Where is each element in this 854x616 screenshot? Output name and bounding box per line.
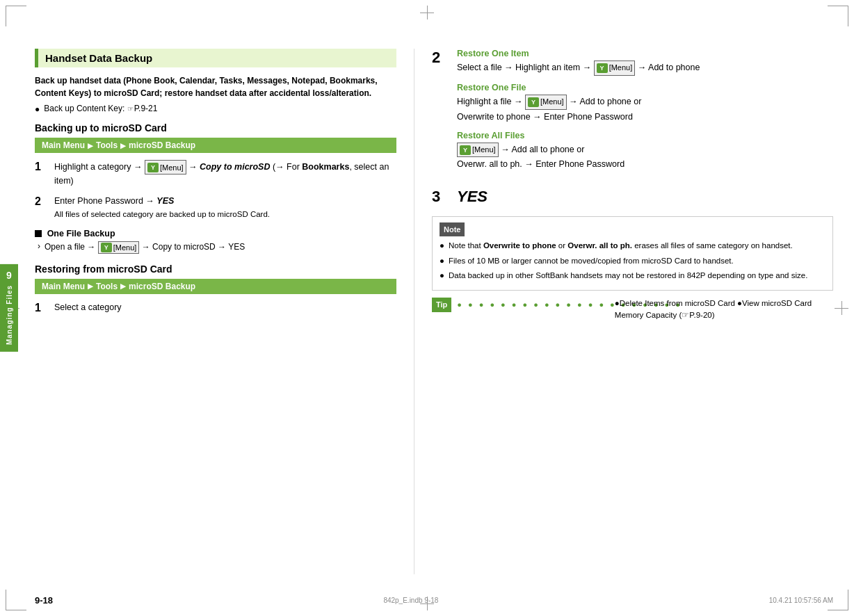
one-file-content-line: › Open a file → Y[Menu] → Copy to microS… xyxy=(38,241,396,254)
note-item-2: ● Files of 10 MB or larger cannot be mov… xyxy=(440,255,825,267)
note-label: Note xyxy=(440,222,465,237)
step-2-content: Enter Phone Password → YES All files of … xyxy=(54,195,396,221)
tip-label: Tip xyxy=(432,298,451,312)
menu-bar-backup: Main Menu ▶ Tools ▶ microSD Backup xyxy=(35,138,396,153)
menu-tools: Tools xyxy=(96,140,118,150)
one-file-label-line: One File Backup xyxy=(35,228,396,238)
corner-mark-tl xyxy=(6,6,26,26)
menu-bar-restore: Main Menu ▶ Tools ▶ microSD Backup xyxy=(35,279,396,294)
intro-text: Back up handset data (Phone Book, Calend… xyxy=(35,74,396,99)
yes-italic: YES xyxy=(228,242,245,252)
add-all-italic: Add all to phone xyxy=(511,145,574,154)
menu-btn-step1: Y[Menu] xyxy=(145,160,186,175)
section-header: Handset Data Backup xyxy=(35,49,396,67)
restore-menu-arrow-1: ▶ xyxy=(88,282,93,290)
menu-btn-right-step2: Y[Menu] xyxy=(594,60,636,76)
copy-microsd-italic: Copy to microSD xyxy=(152,242,216,252)
restore-menu-arrow-2: ▶ xyxy=(120,282,126,290)
restore-menu-main: Main Menu xyxy=(42,282,85,291)
content-area: Handset Data Backup Back up handset data… xyxy=(35,49,833,574)
black-square xyxy=(35,230,42,237)
right-step-3-content: YES xyxy=(457,188,833,206)
note-box: Note ● Note that Overwrite to phone or O… xyxy=(432,216,833,291)
backup-step-2: 2 Enter Phone Password → YES All files o… xyxy=(35,195,396,221)
page-footer: 9-18 842p_E.indb 9-18 10.4.21 10:57:56 A… xyxy=(35,595,833,606)
footer-file-info: 842p_E.indb 9-18 xyxy=(383,597,438,604)
section-title: Handset Data Backup xyxy=(45,52,152,64)
overwr-all-italic: Overwr. all to ph. xyxy=(457,159,522,169)
y-icon-one-file-r: Y xyxy=(528,97,539,107)
note-label-line: Note xyxy=(440,222,825,241)
restore-one-item-content: Select a file → Highlight an item → Y[Me… xyxy=(457,60,833,76)
restore-one-file-content: Highlight a file → Y[Menu] → Add to phon… xyxy=(457,95,833,124)
tip-box: Tip ● ● ● ● ● ● ● ● ● ● ● ● ● ● ● ● ● ● … xyxy=(432,298,833,322)
restore-step-1: 1 Select a category xyxy=(35,301,396,316)
note-bullet-3: ● xyxy=(440,270,445,282)
menu-arrow-2: ▶ xyxy=(120,142,126,149)
tip-content: ●Delete Items from microSD Card ●View mi… xyxy=(615,298,833,322)
step-1-number: 1 xyxy=(35,160,49,175)
note-bullet-2: ● xyxy=(440,255,445,267)
column-divider xyxy=(414,49,414,574)
bullet-dot: ● xyxy=(35,104,40,114)
add-to-phone-italic2: Add to phone xyxy=(579,97,631,106)
restore-heading: Restoring from microSD Card xyxy=(35,264,396,275)
step2-sub-text: All files of selected category are backe… xyxy=(54,210,270,218)
note-text-3: Data backed up in other SoftBank handset… xyxy=(449,270,807,282)
bullet-content-key: ● Back up Content Key: ☞P.9-21 xyxy=(35,104,396,114)
side-tab-label: Managing Files xyxy=(6,285,13,345)
restore-one-file-title: Restore One File xyxy=(457,83,833,92)
tip-row: Tip ● ● ● ● ● ● ● ● ● ● ● ● ● ● ● ● ● ● … xyxy=(432,298,615,312)
copy-to-microsd-italic: Copy to microSD xyxy=(200,162,270,172)
menu-microsd: microSD Backup xyxy=(129,140,195,150)
note-item-3: ● Data backed up in other SoftBank hands… xyxy=(440,270,825,282)
side-tab: 9 Managing Files xyxy=(0,264,18,352)
backup-heading: Backing up to microSD Card xyxy=(35,122,396,133)
add-to-phone-italic: Add to phone xyxy=(648,63,700,72)
menu-btn-one-file-r: Y[Menu] xyxy=(525,95,567,110)
y-icon-right-step2: Y xyxy=(597,63,608,73)
step-2-number: 2 xyxy=(35,195,49,209)
bookmarks-text: Bookmarks xyxy=(302,162,349,172)
left-column: Handset Data Backup Back up handset data… xyxy=(35,49,396,574)
note-bullet-1: ● xyxy=(440,240,445,252)
restore-step-1-content: Select a category xyxy=(54,301,396,314)
right-step-2: 2 Restore One Item Select a file → Highl… xyxy=(432,49,833,178)
side-tab-number: 9 xyxy=(3,270,15,281)
page-number: 9-18 xyxy=(35,595,53,606)
menu-btn-one-file: Y[Menu] xyxy=(98,241,140,254)
one-file-backup: One File Backup › Open a file → Y[Menu] … xyxy=(35,228,396,254)
yes-text: YES xyxy=(457,188,488,205)
corner-mark-tr xyxy=(828,6,848,26)
one-file-label: One File Backup xyxy=(47,229,115,238)
restore-one-item-title: Restore One Item xyxy=(457,49,833,58)
y-icon-step1: Y xyxy=(147,163,159,172)
step-1-content: Highlight a category → Y[Menu] → Copy to… xyxy=(54,160,396,188)
center-right-mark xyxy=(835,301,848,315)
restore-menu-microsd: microSD Backup xyxy=(129,282,195,291)
right-step-3: 3 YES xyxy=(432,188,833,206)
intro-text-content: Back up handset data (Phone Book, Calend… xyxy=(35,76,378,98)
footer-date-info: 10.4.21 10:57:56 AM xyxy=(769,597,833,604)
yes-italic-step2: YES xyxy=(156,196,174,206)
angle-arrow: › xyxy=(38,241,40,251)
right-column: 2 Restore One Item Select a file → Highl… xyxy=(432,49,833,574)
note-text-2: Files of 10 MB or larger cannot be moved… xyxy=(449,255,734,267)
page-container: 9 Managing Files Handset Data Backup Bac… xyxy=(0,0,854,616)
center-top-mark xyxy=(420,6,434,19)
backup-step-1: 1 Highlight a category → Y[Menu] → Copy … xyxy=(35,160,396,188)
right-step-3-number: 3 xyxy=(432,188,451,206)
restore-menu-tools: Tools xyxy=(96,282,118,291)
corner-mark-bl xyxy=(6,590,26,610)
restore-all-files-title: Restore All Files xyxy=(457,131,833,140)
y-icon-one-file: Y xyxy=(101,243,112,252)
right-step-2-content: Restore One Item Select a file → Highlig… xyxy=(457,49,833,178)
note-text-1: Note that Overwrite to phone or Overwr. … xyxy=(449,240,793,252)
menu-btn-all-files: Y[Menu] xyxy=(457,143,499,158)
restore-step-1-number: 1 xyxy=(35,301,49,316)
menu-main: Main Menu xyxy=(42,140,85,150)
note-item-1: ● Note that Overwrite to phone or Overwr… xyxy=(440,240,825,252)
right-step-2-number: 2 xyxy=(432,49,451,67)
y-icon-all-files: Y xyxy=(460,145,471,155)
overwrite-italic: Overwrite to phone xyxy=(457,112,531,122)
